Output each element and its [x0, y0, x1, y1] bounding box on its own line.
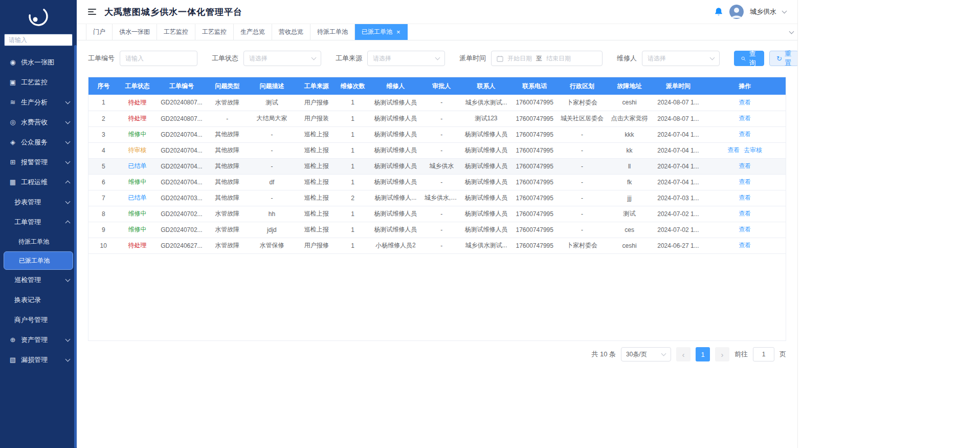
tab-production-overview[interactable]: 生产总览	[234, 24, 272, 40]
contact-cell: 杨测试维修人员	[461, 126, 511, 142]
tab-dispatched-work-order-pool[interactable]: 已派工单池×	[355, 24, 408, 40]
view-link[interactable]: 查看	[739, 210, 751, 217]
view-link[interactable]: 查看	[739, 242, 751, 249]
table-row[interactable]: 3维修中GD20240704...其他故障-巡检上报1杨测试维修人员-杨测试维修…	[88, 126, 786, 142]
dispatch-time-cell: 2024-07-03 1...	[653, 190, 704, 206]
fault-address-cell: ll	[607, 158, 653, 174]
sidebar-item-production-analysis[interactable]: ≋生产分析	[0, 92, 77, 112]
sidebar-item-water-fee-revenue[interactable]: ◎水费营收	[0, 112, 77, 132]
dayu-logo-icon	[28, 6, 49, 27]
sidebar-item-meter-reading[interactable]: 抄表管理	[0, 192, 77, 212]
district-cell: -	[558, 126, 606, 142]
status-label: 工单状态	[212, 54, 238, 63]
username[interactable]: 城乡供水	[750, 7, 776, 16]
approver-cell: 城乡供水	[422, 158, 461, 174]
sidebar-item-dispatched-work-order-pool[interactable]: 已派工单池	[4, 251, 73, 270]
dispatch-time-label: 派单时间	[459, 54, 486, 63]
table-row[interactable]: 9维修中GD20240702...水管故障jdjd巡检上报1杨测试维修人员-杨测…	[88, 222, 786, 238]
next-page-button[interactable]: ›	[715, 347, 729, 361]
sidebar-item-water-map[interactable]: ◉供水一张图	[0, 52, 77, 72]
view-link[interactable]: 查看	[739, 131, 751, 138]
view-link[interactable]: 查看	[739, 226, 751, 233]
tab-process-monitor-2[interactable]: 工艺监控	[195, 24, 234, 40]
tab-overflow-icon[interactable]	[790, 24, 793, 40]
repairer-cell: 杨测试维修人员	[369, 111, 422, 126]
issue-type-cell: 其他故障	[207, 174, 248, 190]
tab-portal[interactable]: 门户	[86, 24, 113, 40]
page-1-button[interactable]: 1	[696, 347, 710, 361]
phone-cell: 17600747995	[511, 206, 558, 222]
view-link[interactable]: 查看	[739, 115, 751, 122]
sidebar-item-process-monitor[interactable]: ▣工艺监控	[0, 72, 77, 92]
tab-close-icon[interactable]: ×	[396, 29, 400, 35]
order-no-cell: GD20240704...	[156, 174, 207, 190]
view-link[interactable]: 查看	[739, 162, 751, 169]
column-header: 联系人	[461, 77, 511, 95]
table-row[interactable]: 8维修中GD20240702...水管故障hh巡检上报1杨测试维修人员-杨测试维…	[88, 206, 786, 222]
sidebar-item-public-service[interactable]: ◈公众服务	[0, 132, 77, 152]
fault-address-cell: kkk	[607, 126, 653, 142]
issue-desc-cell: -	[248, 126, 296, 142]
sidebar-search-input[interactable]	[4, 34, 73, 46]
issue-desc-cell: -	[248, 142, 296, 158]
search-button[interactable]: 查询	[734, 51, 764, 66]
sidebar-item-asset-management[interactable]: ⊕资产管理	[0, 330, 77, 350]
repair-count-cell: 1	[337, 222, 369, 238]
chevron-up-icon	[65, 220, 71, 225]
view-link[interactable]: 查看	[739, 194, 751, 201]
user-menu-chevron-icon[interactable]	[782, 9, 787, 14]
sidebar-item-leakage-management[interactable]: ▧漏损管理	[0, 350, 77, 370]
sidebar-scrollbar[interactable]	[74, 45, 77, 448]
sidebar-item-work-order-management[interactable]: 工单管理	[0, 212, 77, 232]
sidebar-item-pending-work-order-pool[interactable]: 待派工单池	[0, 232, 77, 251]
tab-water-map[interactable]: 供水一张图	[113, 24, 157, 40]
dispatch-time-range-picker[interactable]: 开始日期 至 结束日期	[491, 51, 603, 66]
sidebar-item-engineering-ops[interactable]: ▦工程运维	[0, 172, 77, 192]
view-link[interactable]: 查看	[727, 146, 740, 154]
sidebar-item-alarm-management[interactable]: ⊞报警管理	[0, 152, 77, 172]
user-avatar[interactable]	[729, 5, 744, 19]
source-select[interactable]: 请选择	[367, 51, 445, 66]
goto-label: 前往	[734, 350, 748, 359]
tab-process-monitor-1[interactable]: 工艺监控	[157, 24, 195, 40]
tab-label: 生产总览	[240, 28, 265, 36]
start-date-placeholder: 开始日期	[507, 54, 532, 63]
sidebar-item-merchant-id-management[interactable]: 商户号管理	[0, 310, 77, 330]
tab-revenue-overview[interactable]: 营收总览	[272, 24, 310, 40]
order-no-input[interactable]	[120, 51, 197, 66]
notification-bell-icon[interactable]	[714, 7, 723, 16]
prev-page-button[interactable]: ‹	[676, 347, 691, 361]
view-link[interactable]: 查看	[739, 99, 751, 106]
actions-cell: 查看	[704, 238, 786, 253]
go-audit-link[interactable]: 去审核	[744, 146, 762, 154]
tab-pending-work-order-pool[interactable]: 待派工单池	[310, 24, 355, 40]
dispatch-time-cell: 2024-07-04 1...	[653, 174, 704, 190]
status-select[interactable]: 请选择	[243, 51, 321, 66]
repairer-select[interactable]: 请选择	[642, 51, 720, 66]
table-row[interactable]: 10待处理GD20240627...水管故障水管保修用户报修1小杨维修人员2-城…	[88, 238, 786, 253]
table-row[interactable]: 4待审核GD20240704...其他故障-巡检上报1杨测试维修人员-杨测试维修…	[88, 142, 786, 158]
status-select-placeholder: 请选择	[249, 54, 268, 63]
sidebar-item-label: 抄表管理	[14, 198, 66, 207]
table-row[interactable]: 6维修中GD20240704...其他故障df巡检上报1杨测试维修人员-杨测试维…	[88, 174, 786, 190]
process-monitor-icon: ▣	[8, 78, 17, 86]
repairer-cell: 杨测试维修人...	[369, 190, 422, 206]
sidebar-item-inspection-management[interactable]: 巡检管理	[0, 270, 77, 290]
table-row[interactable]: 1待处理GD20240807...水管故障测试用户报修1杨测试维修人员-城乡供水…	[88, 95, 786, 111]
table-row[interactable]: 2待处理GD20240807...-大结局大家用户报装1杨测试维修人员-测试12…	[88, 111, 786, 126]
contact-cell: 城乡供水测试...	[461, 238, 511, 253]
sidebar-item-meter-replacement-records[interactable]: 换表记录	[0, 290, 77, 310]
column-header: 工单来源	[296, 77, 337, 95]
source-cell: 用户报修	[296, 95, 337, 111]
phone-cell: 17600747995	[511, 238, 558, 253]
main-area: 大禹慧图城乡供水一体化管理平台 城乡供水	[77, 0, 797, 448]
menu-toggle-icon[interactable]	[88, 9, 96, 15]
source-cell: 用户报装	[296, 111, 337, 126]
source-cell: 用户报修	[296, 238, 337, 253]
page-size-select[interactable]: 30条/页	[621, 347, 671, 361]
reset-button[interactable]: ↻ 重置	[769, 51, 797, 66]
table-row[interactable]: 7已结单GD20240703...其他故障-巡检上报2杨测试维修人...城乡供水…	[88, 190, 786, 206]
table-row[interactable]: 5已结单GD20240704...其他故障-巡检上报1杨测试维修人员城乡供水杨测…	[88, 158, 786, 174]
view-link[interactable]: 查看	[739, 178, 751, 185]
goto-page-input[interactable]	[753, 347, 774, 361]
